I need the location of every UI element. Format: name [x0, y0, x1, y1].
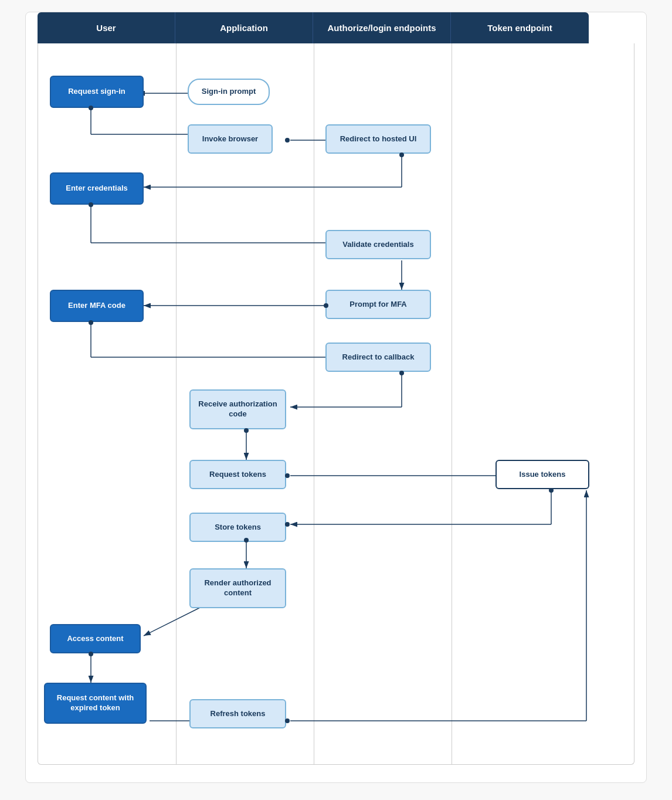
lane-div-1	[176, 43, 177, 764]
dot-access-content	[89, 652, 93, 656]
validate-credentials-box: Validate credentials	[325, 230, 431, 259]
dot-invoke-browser	[285, 138, 290, 143]
dot-prompt-mfa	[324, 303, 328, 308]
lane-div-2	[314, 43, 314, 764]
diagram-wrapper: User Application Authorize/login endpoin…	[25, 12, 647, 783]
enter-mfa-box: Enter MFA code	[50, 290, 144, 322]
dot-redirect-callback	[399, 371, 404, 375]
dot-request-tokens	[285, 473, 290, 478]
request-expired-box: Request content with expired token	[44, 683, 147, 724]
request-signin-box: Request sign-in	[50, 76, 144, 108]
header-row: User Application Authorize/login endpoin…	[38, 12, 634, 43]
issue-tokens-box: Issue tokens	[495, 460, 589, 489]
render-authorized-box: Render authorized content	[189, 568, 286, 608]
invoke-browser-box: Invoke browser	[188, 124, 273, 154]
dot-store-tokens	[285, 522, 290, 527]
dot-enter-credentials	[89, 202, 93, 207]
request-tokens-box: Request tokens	[189, 460, 286, 489]
diagram-area: Request sign-in Sign-in prompt Invoke br…	[38, 43, 634, 765]
signin-prompt-box: Sign-in prompt	[188, 79, 270, 105]
header-token: Token endpoint	[451, 12, 589, 43]
access-content-box: Access content	[50, 624, 141, 653]
dot-issue-tokens	[549, 488, 554, 493]
redirect-hosted-ui-box: Redirect to hosted UI	[325, 124, 431, 154]
dot-enter-mfa	[89, 320, 93, 325]
header-authorize: Authorize/login endpoints	[313, 12, 451, 43]
header-user: User	[38, 12, 175, 43]
store-tokens-box: Store tokens	[189, 513, 286, 542]
refresh-tokens-box: Refresh tokens	[189, 699, 286, 728]
prompt-mfa-box: Prompt for MFA	[325, 290, 431, 319]
dot-request-signin	[89, 106, 93, 110]
dot-redirect-hosted	[399, 152, 404, 157]
header-application: Application	[175, 12, 313, 43]
enter-credentials-box: Enter credentials	[50, 172, 144, 205]
dot-store-tokens-bottom	[244, 538, 249, 543]
dot-receive-auth-code	[244, 428, 249, 433]
redirect-callback-box: Redirect to callback	[325, 343, 431, 372]
lane-div-3	[452, 43, 452, 764]
receive-auth-code-box: Receive authorization code	[189, 389, 286, 429]
dot-refresh-tokens	[285, 718, 290, 723]
